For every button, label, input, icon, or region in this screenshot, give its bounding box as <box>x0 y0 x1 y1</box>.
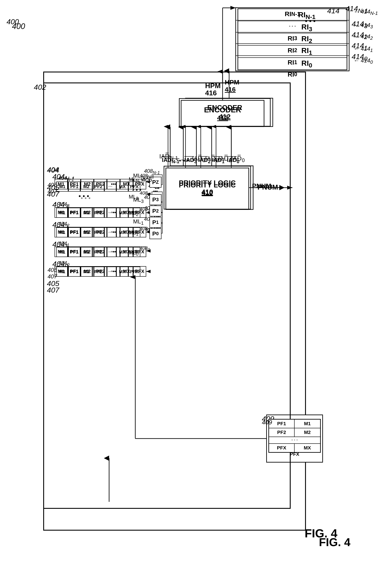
hpm-num: 416 <box>205 89 217 97</box>
hpm-arrow-label: HPM <box>225 79 239 86</box>
ref-402: 402 <box>34 83 46 91</box>
ref-407b: 407 <box>48 273 57 280</box>
hpm-label: HPM <box>205 82 221 90</box>
p-mid-dots: ••• <box>149 188 162 194</box>
priority-content: PRIORITY LOGIC 410 <box>166 168 249 210</box>
ref-409-box: PF1 M1 PF2 M2 • • • PFX MX <box>268 419 321 453</box>
ml-3: ML3 <box>129 194 138 201</box>
encoder-text: ENCODER <box>204 105 241 114</box>
label-400: 400 <box>12 22 25 31</box>
row-1: M1 PF1 M2 PF2 ••• MX PFX <box>56 247 140 257</box>
encoder-num-label: 412 <box>217 114 228 122</box>
ref-4080: 4080 <box>140 246 150 252</box>
ref-404n1: ↑ 404N-1 <box>54 175 74 182</box>
encoder-content: ENCODER 412 <box>181 100 264 126</box>
iad-2: IAD2 <box>198 157 211 165</box>
row-n1: M1 PF1 M2 PF2 ••• MX PFX <box>56 182 140 191</box>
br-414-0: ← 4140 <box>354 57 373 65</box>
br-414-3: ← 4143 <box>354 22 373 30</box>
ref-407-bottom: 407 <box>47 286 59 294</box>
pnum-text: PNUM <box>252 182 271 189</box>
ref-409-tag: 409 <box>262 419 272 426</box>
ri-box-content: RIN-1 • • • RI3 RI2 RI1 RI0 <box>236 8 349 80</box>
p1: P1 <box>149 217 162 228</box>
ri-0-text: RI0 <box>236 68 349 80</box>
ref-4082: 4082 <box>140 206 150 213</box>
ref-408n1: 408N-1 <box>140 173 154 179</box>
br-414-n1: ← 414N-1 <box>354 8 378 16</box>
ref-405b: 405 <box>48 267 57 273</box>
iad-0: IAD0 <box>227 157 239 165</box>
p0: P0 <box>149 228 162 239</box>
hpm-arrow-num: 416 <box>225 86 236 93</box>
ri-3-text: RI3 <box>236 32 349 44</box>
ref-4043-label: ↑ 4043 <box>54 201 69 208</box>
iad-n1: IADN-1 <box>162 157 179 165</box>
between-rows-dots: • • • <box>81 195 91 202</box>
br-414-2: ← 4142 <box>354 33 373 41</box>
br-414-1: ← 4141 <box>354 45 373 53</box>
ref-4083: 4083 <box>140 190 150 197</box>
fig4-label: FIG. 4 <box>305 526 337 540</box>
priority-text: PRIORITY LOGIC <box>179 181 236 189</box>
ri-2-text: RI2 <box>236 44 349 56</box>
ml-1-label: ML1 <box>133 218 144 226</box>
row-3: M1 PF1 M2 PF2 ••• MX PFX <box>56 208 140 218</box>
p2: P2 <box>149 206 162 216</box>
ref-4041-label: ↑ 4041 <box>54 240 69 248</box>
ref-404-main: 404 <box>48 166 59 173</box>
ri-1-text: RI1 <box>236 56 349 68</box>
p-col: PZ ••• P3 P2 P1 P0 <box>149 177 162 239</box>
iad-3: IAD3 <box>184 157 197 165</box>
ri-dots-text: • • • <box>236 20 349 32</box>
row-2: M1 PF1 M2 PF2 ••• MX PFX <box>56 227 140 237</box>
ri-n1-text: RIN-1 <box>236 8 349 20</box>
row-0: M1 PF1 M2 PF2 ••• MX PFX <box>56 267 140 277</box>
ref-4081: 4081 <box>140 226 150 232</box>
ref-405a: 405 <box>48 182 57 188</box>
svg-rect-25 <box>44 83 290 508</box>
priority-num-label: 410 <box>202 189 213 197</box>
ref-407a: 407 <box>48 188 57 195</box>
iad-1: IAD1 <box>212 157 225 165</box>
ref-4040-label: ↑ 4040 <box>54 260 69 267</box>
ref-4042-label: ↑ 4042 <box>54 221 69 228</box>
p3: P3 <box>149 194 162 205</box>
